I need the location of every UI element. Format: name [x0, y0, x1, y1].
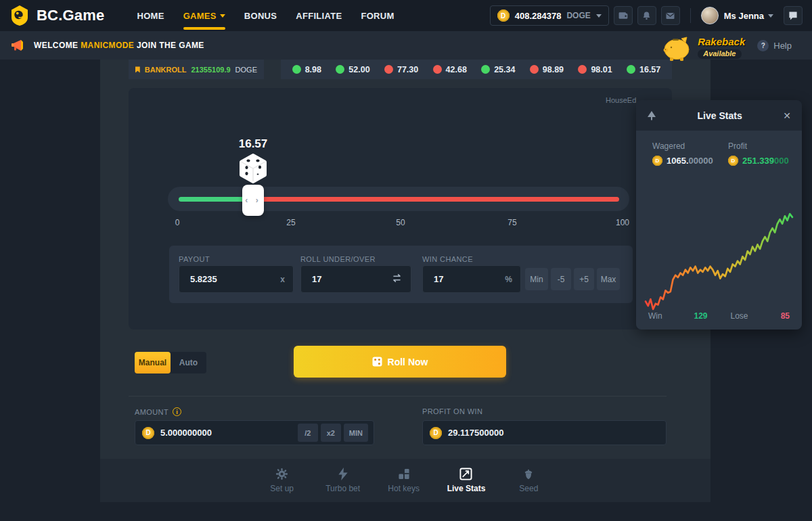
chat-button[interactable] — [784, 6, 803, 25]
chevron-down-icon — [220, 14, 225, 18]
roll-result[interactable]: 98.89 — [530, 65, 564, 74]
turbo-bet-tool[interactable]: Turbo bet — [325, 468, 361, 493]
balance-selector[interactable]: D 408.284378 DOGE — [490, 5, 609, 26]
question-mark-icon: ? — [757, 40, 769, 51]
hot-keys-tool[interactable]: Hot keys — [386, 468, 422, 493]
doge-coin-icon: D — [430, 427, 442, 439]
payout-input[interactable]: 5.8235 x — [179, 265, 294, 293]
avatar — [701, 7, 719, 24]
user-menu[interactable]: Ms Jenna — [701, 7, 773, 24]
roll-result-number: 16.57 — [229, 137, 277, 151]
tool-label: Seed — [519, 484, 538, 493]
doge-coin-icon: D — [497, 9, 510, 22]
wagered-main: 1065. — [667, 156, 689, 166]
payout-label: PAYOUT — [179, 255, 210, 263]
roll-result[interactable]: 16.57 — [627, 65, 660, 74]
lose-count: 85 — [781, 311, 790, 321]
seed-icon — [522, 468, 535, 480]
scale-label-0: 0 — [175, 218, 180, 227]
notifications-button[interactable] — [637, 6, 656, 25]
balance-amount: 408.284378 — [515, 11, 562, 21]
menu-item-affiliate[interactable]: AFFILIATE — [296, 0, 342, 31]
info-icon[interactable]: i — [173, 407, 181, 416]
profit-stat: Profit D 251.339000 — [728, 141, 789, 166]
live-stats-header: Live Stats ✕ — [636, 100, 802, 131]
swap-icon[interactable] — [392, 273, 403, 286]
menu-item-forum[interactable]: FORUM — [361, 0, 394, 31]
menu-item-home[interactable]: HOME — [137, 0, 164, 31]
min-chance-button[interactable]: Min — [525, 268, 548, 290]
brand-name: BC.Game — [37, 7, 104, 24]
chat-icon — [788, 10, 798, 21]
house-edge-text: HouseEd — [606, 96, 636, 104]
menu-item-games[interactable]: GAMES — [183, 0, 225, 31]
piggy-bank-icon — [661, 33, 694, 62]
minus-5-button[interactable]: -5 — [551, 268, 571, 290]
menu-item-bonus[interactable]: BONUS — [244, 0, 277, 31]
roll-result[interactable]: 8.98 — [292, 65, 321, 74]
rakeback-text: Rakeback Available — [698, 37, 745, 59]
bankroll-label: BANKROLL — [145, 66, 187, 74]
roll-result[interactable]: 42.68 — [433, 65, 467, 74]
chevron-down-icon — [768, 14, 773, 18]
roll-result[interactable]: 25.34 — [481, 65, 515, 74]
megaphone-icon — [11, 39, 26, 52]
seed-tool[interactable]: Seed — [511, 468, 546, 493]
roll-dot — [627, 65, 635, 74]
nav-divider — [690, 8, 691, 23]
max-chance-button[interactable]: Max — [597, 268, 620, 290]
bankroll-value: 21355109.9 — [191, 66, 230, 74]
roll-result[interactable]: 98.01 — [578, 65, 612, 74]
amount-buttons: /2 x2 MIN — [298, 424, 368, 442]
lightning-icon — [338, 468, 348, 480]
scale-label-75: 75 — [508, 218, 516, 227]
auto-mode-button[interactable]: Auto — [171, 352, 206, 373]
profit-on-win-display: D 29.117500000 — [422, 420, 667, 445]
roll-under-over-input[interactable]: 17 — [300, 265, 411, 293]
double-amount-button[interactable]: x2 — [321, 424, 341, 442]
close-icon[interactable]: ✕ — [783, 110, 791, 121]
rakeback-title: Rakeback — [698, 36, 745, 47]
messages-button[interactable] — [661, 6, 680, 25]
wagered-decimals: 00000 — [689, 156, 713, 166]
tool-label: Turbo bet — [325, 484, 360, 493]
main-menu: HOME GAMES BONUS AFFILIATE FORUM — [137, 0, 394, 31]
hotkeys-icon — [397, 468, 411, 480]
dice-icon — [372, 357, 382, 367]
rakeback-promo[interactable]: Rakeback Available — [661, 33, 745, 62]
welcome-message: WELCOME MANICMODE JOIN THE GAME — [34, 41, 204, 50]
roll-under-over-value: 17 — [312, 274, 321, 284]
wallet-button[interactable] — [614, 6, 633, 25]
help-label: Help — [773, 41, 792, 51]
win-chance-label: WIN CHANCE — [422, 255, 473, 263]
roll-dot — [292, 65, 301, 74]
win-chance-input[interactable]: 17 % — [422, 265, 521, 293]
half-amount-button[interactable]: /2 — [298, 424, 318, 442]
tool-label: Live Stats — [447, 484, 486, 493]
help-button[interactable]: ? Help — [757, 40, 792, 51]
win-lose-row: Win 129 Lose 85 — [648, 311, 790, 321]
welcome-username: MANICMODE — [81, 41, 134, 50]
live-stats-tool[interactable]: Live Stats — [447, 468, 486, 493]
roll-result[interactable]: 52.00 — [336, 65, 369, 74]
slider-red-segment — [252, 197, 619, 202]
section-divider — [129, 396, 667, 397]
pin-icon[interactable] — [647, 110, 656, 121]
roll-dot — [481, 65, 490, 74]
win-chance-value: 17 — [434, 274, 443, 284]
profit-decimals: 000 — [774, 156, 789, 166]
roll-result[interactable]: 77.30 — [384, 65, 418, 74]
setup-tool[interactable]: Set up — [265, 468, 300, 493]
roll-now-label: Roll Now — [388, 357, 428, 367]
brand-logo[interactable]: BC.Game — [9, 5, 104, 26]
tool-label: Set up — [270, 484, 294, 493]
scale-label-25: 25 — [286, 218, 295, 227]
amount-input[interactable]: D 5.000000000 /2 x2 MIN — [135, 420, 374, 445]
min-amount-button[interactable]: MIN — [344, 424, 368, 442]
payout-value: 5.8235 — [190, 274, 217, 284]
profit-line-chart — [643, 204, 795, 324]
manual-mode-button[interactable]: Manual — [135, 352, 171, 373]
roll-now-button[interactable]: Roll Now — [294, 346, 506, 378]
plus-5-button[interactable]: +5 — [574, 268, 594, 290]
rakeback-subtitle: Available — [698, 49, 741, 59]
